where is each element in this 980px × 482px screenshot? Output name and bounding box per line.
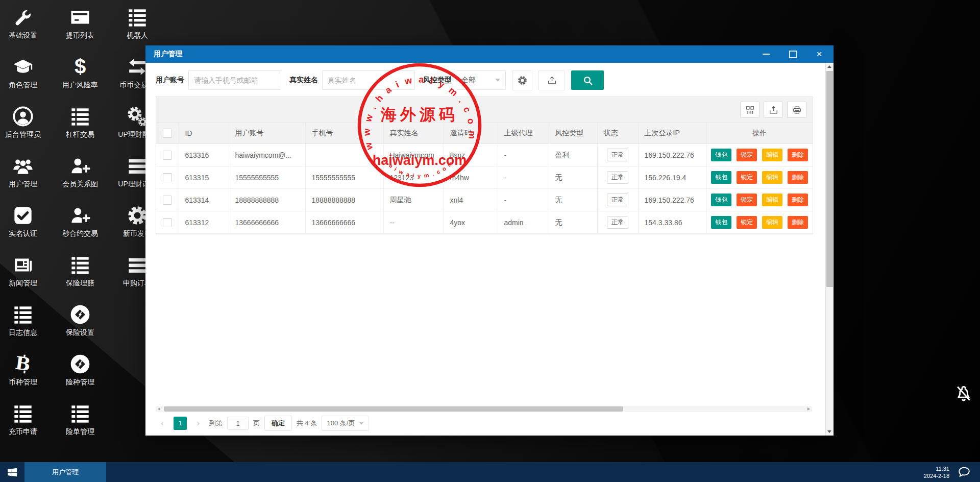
desktop-icon[interactable]: 充币申请 xyxy=(1,398,45,447)
lock-button[interactable]: 锁定 xyxy=(737,149,757,161)
scroll-up-arrow[interactable] xyxy=(827,65,831,68)
print-icon xyxy=(792,105,802,115)
taskbar-item-user-management[interactable]: 用户管理 xyxy=(24,462,106,482)
cell-id: 613312 xyxy=(179,211,229,234)
desktop-icon-label: 险单管理 xyxy=(66,427,94,436)
cell-invite-code: 8snz xyxy=(444,144,498,166)
bell-muted-icon[interactable] xyxy=(954,384,973,403)
cell-phone xyxy=(305,144,383,166)
desktop-icon-label: 实名认证 xyxy=(9,229,37,238)
desktop-icon[interactable]: 基础设置 xyxy=(1,2,45,51)
desktop-icon[interactable]: 提币列表 xyxy=(58,2,103,51)
risk-type-select[interactable]: 全部 xyxy=(456,70,506,90)
desktop-icon-label: 会员关系图 xyxy=(62,180,98,188)
confirm-page-button[interactable]: 确定 xyxy=(264,416,292,431)
desktop-icon-label: 机器人 xyxy=(127,31,148,40)
taskbar-clock[interactable]: 11:31 2024-2-18 xyxy=(924,465,949,479)
account-input[interactable] xyxy=(188,70,281,90)
current-page-button[interactable]: 1 xyxy=(174,417,187,430)
page-size-select[interactable]: 100 条/页 xyxy=(322,416,369,431)
edit-button[interactable]: 编辑 xyxy=(762,194,782,206)
vertical-scroll-thumb[interactable] xyxy=(826,71,833,287)
prev-page-button[interactable]: ‹ xyxy=(156,417,169,430)
start-button[interactable] xyxy=(0,462,24,482)
desktop-icon-label: 基础设置 xyxy=(9,31,37,40)
scroll-left-arrow[interactable] xyxy=(158,407,160,411)
settings-button[interactable] xyxy=(512,70,532,90)
columns-toggle-button[interactable] xyxy=(740,102,760,118)
row-checkbox[interactable] xyxy=(163,218,172,227)
table-header-row: ID 用户账号 手机号 真实姓名 邀请码 上级代理 风控类型 状态 上次登录IP… xyxy=(156,123,813,144)
edit-button[interactable]: 编辑 xyxy=(762,149,782,161)
desktop-icon-label: 秒合约交易 xyxy=(62,229,98,238)
cell-last-login-ip: 169.150.222.76 xyxy=(638,189,706,211)
horizontal-scrollbar[interactable] xyxy=(156,406,812,412)
taskbar: 用户管理 11:31 2024-2-18 xyxy=(0,462,980,482)
edit-button[interactable]: 编辑 xyxy=(762,216,782,229)
delete-button[interactable]: 删除 xyxy=(788,149,808,161)
page-unit-label: 页 xyxy=(253,419,260,428)
realname-input[interactable] xyxy=(322,70,415,90)
lock-button[interactable]: 锁定 xyxy=(737,194,757,206)
cell-realname: -- xyxy=(383,211,444,234)
export-data-button[interactable] xyxy=(764,102,783,118)
search-button[interactable] xyxy=(571,70,604,90)
desktop-icon[interactable]: 后台管理员 xyxy=(1,101,45,150)
cell-invite-code: m4hw xyxy=(444,166,498,189)
header-invite: 邀请码 xyxy=(444,123,498,144)
minimize-button[interactable] xyxy=(762,50,770,58)
row-checkbox[interactable] xyxy=(163,196,172,205)
desktop-icon[interactable]: 保险理赔 xyxy=(58,250,103,299)
close-button[interactable]: × xyxy=(815,50,823,58)
desktop-icon[interactable]: 险种管理 xyxy=(58,349,103,398)
desktop-icon[interactable]: 新闻管理 xyxy=(1,250,45,299)
desktop-icon-glyph xyxy=(13,255,33,275)
wallet-button[interactable]: 钱包 xyxy=(711,216,731,229)
desktop-icon-glyph xyxy=(70,7,90,28)
delete-button[interactable]: 删除 xyxy=(788,194,808,206)
desktop-icon[interactable]: 秒合约交易 xyxy=(58,200,103,249)
desktop-icon[interactable]: 保险设置 xyxy=(58,299,103,348)
select-all-checkbox[interactable] xyxy=(163,129,172,138)
desktop-icon[interactable]: 角色管理 xyxy=(1,52,45,101)
desktop-icon[interactable]: 币种管理 xyxy=(1,349,45,398)
chat-bubble-icon[interactable] xyxy=(958,466,971,479)
desktop-icon[interactable]: 日志信息 xyxy=(1,299,45,348)
desktop-icon[interactable]: 用户风险率 xyxy=(58,52,103,101)
lock-button[interactable]: 锁定 xyxy=(737,171,757,184)
delete-button[interactable]: 删除 xyxy=(788,216,808,229)
wallet-button[interactable]: 钱包 xyxy=(711,171,731,184)
lock-button[interactable]: 锁定 xyxy=(737,216,757,229)
next-page-button[interactable]: › xyxy=(191,417,205,430)
desktop-icon[interactable]: 机器人 xyxy=(115,2,160,51)
row-checkbox[interactable] xyxy=(163,151,172,160)
user-table: ID 用户账号 手机号 真实姓名 邀请码 上级代理 风控类型 状态 上次登录IP… xyxy=(156,123,813,234)
maximize-button[interactable] xyxy=(789,50,797,58)
desktop-icon-glyph xyxy=(13,57,33,77)
desktop-icon[interactable]: 险单管理 xyxy=(58,398,103,447)
scroll-down-arrow[interactable] xyxy=(827,430,831,433)
scroll-right-arrow[interactable] xyxy=(807,407,810,411)
desktop-icon[interactable]: 杠杆交易 xyxy=(58,101,103,150)
desktop-icon-glyph xyxy=(70,304,90,325)
delete-button[interactable]: 删除 xyxy=(788,171,808,184)
window-titlebar[interactable]: 用户管理 × xyxy=(145,45,834,63)
wallet-button[interactable]: 钱包 xyxy=(711,194,731,206)
cell-risk-type: 盈利 xyxy=(549,144,597,166)
export-button[interactable] xyxy=(538,70,565,90)
desktop-icon-label: 充币申请 xyxy=(9,427,37,436)
horizontal-scroll-thumb[interactable] xyxy=(164,406,623,412)
row-checkbox[interactable] xyxy=(163,173,172,182)
edit-button[interactable]: 编辑 xyxy=(762,171,782,184)
vertical-scrollbar[interactable] xyxy=(825,63,834,436)
print-button[interactable] xyxy=(787,102,806,118)
clock-date: 2024-2-18 xyxy=(924,472,949,479)
desktop-icon[interactable]: 用户管理 xyxy=(1,151,45,200)
header-realname: 真实姓名 xyxy=(383,123,444,144)
desktop-icon-glyph xyxy=(127,255,148,275)
goto-page-input[interactable] xyxy=(227,417,249,430)
wallet-button[interactable]: 钱包 xyxy=(711,149,731,161)
desktop-icon[interactable]: 实名认证 xyxy=(1,200,45,249)
export-icon xyxy=(547,76,557,85)
desktop-icon[interactable]: 会员关系图 xyxy=(58,151,103,200)
